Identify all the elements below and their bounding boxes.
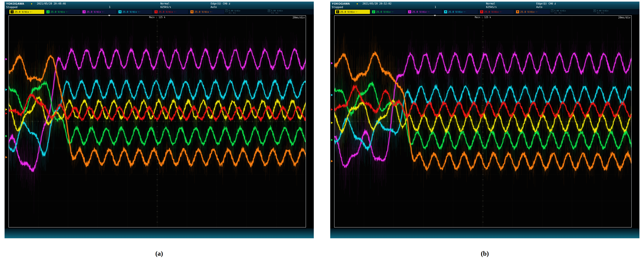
trigger-slope-icon: Ⅎ [554, 2, 556, 5]
figure-label-a: (a) [4, 250, 314, 257]
waveform-plot: Main : 125 k 20ms/div [334, 15, 632, 227]
datetime: 2021/05/28 20:52:02 [362, 2, 392, 5]
channel-8-badge-dim: 85.00 V/divM3 M4 [594, 10, 635, 14]
trigger-mode: Auto [210, 5, 217, 9]
channel-scale: 25.0 V/div [376, 11, 390, 13]
header-row-2: Stopped 1 625kS/s Auto [330, 5, 640, 9]
trigger-position-marker [108, 15, 110, 16]
channel-level-marker [5, 112, 7, 115]
trigger-position-marker [434, 15, 436, 16]
channel-level-marker [5, 156, 7, 159]
channel-scale: 25.0 V/div [412, 11, 426, 13]
coupling-icon: ≡~ [66, 11, 69, 13]
timebase-readout: 20ms/div [292, 16, 305, 19]
channel-level-marker [331, 94, 333, 96]
channel-number-chip: 7 [225, 10, 228, 12]
channel-8-badge-dim: 85.00 V/divM3 M4 [268, 10, 309, 14]
sample-rate: 625kS/s [486, 5, 497, 9]
channel-scale: 25.0 V/div [448, 11, 462, 13]
sample-rate: 625kS/s [160, 5, 171, 9]
coupling-icon: ≡~ [428, 11, 430, 13]
trigger-count: 1 [434, 5, 436, 9]
brand-logo: YOKOGAWA [332, 2, 350, 5]
record-length: Main : 125 k [148, 16, 166, 19]
oscilloscope-panel-a: YOKOGAWA ◆ 2021/05/28 20:48:46 Normal Ed… [4, 2, 314, 238]
scope-screen: Main : 125 k 20ms/div [330, 15, 640, 238]
channel-level-marker [5, 58, 7, 60]
channel-scale: 25.0 V/div [158, 11, 173, 13]
math-channel-labels: M1 M2 [551, 12, 592, 14]
channel-number-chip: 7 [551, 10, 554, 12]
channel-level-marker [331, 160, 333, 162]
channel-scale: 25.0 V/div [14, 11, 29, 13]
coupling-icon: ≡~ [102, 11, 105, 13]
channel-level-marker [331, 62, 333, 64]
channel-scale: 25.0 V/div [194, 11, 209, 13]
channel-level-marker [5, 108, 7, 111]
waveform-canvas [334, 15, 632, 227]
math-channel-labels: M3 M4 [594, 12, 635, 14]
channel-number-chip: 4 [118, 10, 122, 13]
channel-5-badge: 525.0 V/div≡~ [153, 10, 188, 14]
coupling-icon: ≡~ [536, 11, 538, 13]
channel-level-marker [5, 88, 7, 91]
record-length: Main : 125 k [474, 16, 492, 19]
channel-level-marker [331, 108, 333, 111]
header-row-2: Stopped 1 625kS/s Auto [4, 5, 314, 9]
channel-level-marker [331, 139, 333, 141]
brand-diamond-icon: ◆ [31, 2, 32, 5]
figure-label-b: (b) [330, 250, 640, 257]
coupling-icon: ≡~ [30, 11, 33, 13]
header-row-1: YOKOGAWA ◆ 2021/05/28 20:52:02 Normal Ed… [330, 2, 640, 5]
channel-scale: 25.0 V/div [520, 11, 534, 13]
brand-diamond-icon: ◆ [356, 2, 358, 5]
oscilloscope-panel-b: YOKOGAWA ◆ 2021/05/28 20:52:02 Normal Ed… [330, 2, 640, 238]
channel-settings-bar: 125.0 V/div≡~225.0 V/div≡~325.0 V/div≡~4… [4, 9, 314, 15]
channel-settings-bar: 125.0 V/div≡~225.0 V/div≡~325.0 V/div≡~4… [330, 9, 640, 15]
channel-scale: 5.00 V/div [271, 10, 283, 12]
bottom-band [4, 228, 314, 238]
channel-scale: 5.00 V/div [597, 10, 608, 12]
channel-scale: 25.0 V/div [86, 11, 101, 13]
brand-logo: YOKOGAWA [6, 2, 24, 5]
scope-header: YOKOGAWA ◆ 2021/05/28 20:52:02 Normal Ed… [330, 2, 640, 9]
bottom-band [330, 228, 640, 238]
trigger-source: Edge(Q) CH6 [210, 2, 228, 5]
timebase-readout: 20ms/div [618, 16, 630, 19]
channel-number-chip: 2 [46, 10, 50, 13]
coupling-icon: ≡~ [210, 11, 213, 13]
coupling-icon: ≡~ [174, 11, 176, 13]
channel-number-chip: 3 [82, 10, 86, 13]
channel-3-badge: 325.0 V/div≡~ [407, 10, 442, 14]
channel-number-chip: 8 [594, 10, 596, 12]
channel-number-chip: 4 [444, 10, 447, 13]
channel-1-badge: 125.0 V/div≡~ [335, 10, 370, 14]
channel-number-chip: 8 [268, 10, 270, 12]
channel-6-badge: 625.0 V/div≡~ [515, 10, 550, 14]
channel-scale: 25.0 V/div [122, 11, 137, 13]
channel-scale: 25.0 V/div [340, 11, 354, 13]
math-channel-labels: M3 M4 [268, 12, 309, 14]
coupling-icon: ≡~ [356, 11, 358, 13]
waveform-canvas [8, 15, 306, 227]
coupling-icon: ≡~ [464, 11, 466, 13]
channel-2-badge: 225.0 V/div≡~ [371, 10, 406, 14]
trigger-setting: Edge(Q) CH6Ⅎ [210, 2, 230, 5]
channel-6-badge: 625.0 V/div≡~ [189, 10, 224, 14]
scope-header: YOKOGAWA ◆ 2021/05/28 20:48:46 Normal Ed… [4, 2, 314, 9]
coupling-icon: ≡~ [500, 11, 502, 13]
acquisition-mode: Normal [486, 2, 495, 5]
channel-number-chip: 1 [10, 10, 14, 13]
channel-level-marker [5, 135, 7, 137]
channel-scale: 5.00 V/div [229, 10, 240, 12]
acquisition-status: Stopped [332, 5, 343, 9]
channel-5-badge: 525.0 V/div≡~ [479, 10, 514, 14]
channel-3-badge: 325.0 V/div≡~ [82, 10, 116, 14]
channel-number-chip: 5 [154, 10, 158, 13]
trigger-slope-icon: Ⅎ [229, 2, 230, 5]
coupling-icon: ≡~ [392, 11, 394, 13]
channel-1-badge: 125.0 V/div≡~ [10, 10, 44, 14]
channel-scale: 25.0 V/div [50, 11, 65, 13]
channel-number-chip: 6 [190, 10, 194, 13]
header-row-1: YOKOGAWA ◆ 2021/05/28 20:48:46 Normal Ed… [4, 2, 314, 5]
